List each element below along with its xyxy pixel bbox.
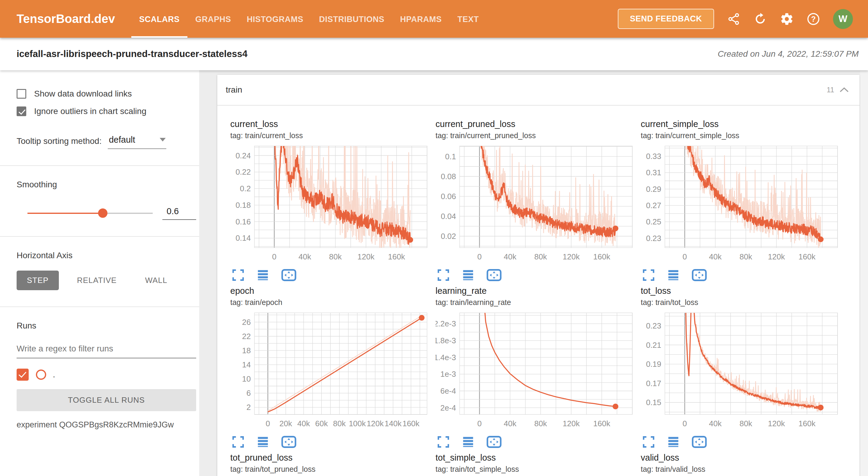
run-row[interactable]: . (17, 369, 196, 381)
chart-card: current_loss tag: train/current_loss 040… (225, 119, 430, 284)
svg-text:40k: 40k (504, 252, 517, 261)
toggle-y-axis-icon[interactable] (256, 435, 270, 449)
svg-text:0.25: 0.25 (646, 217, 661, 226)
svg-text:80k: 80k (739, 419, 752, 428)
svg-text:40k: 40k (709, 252, 722, 261)
svg-text:0.04: 0.04 (441, 212, 456, 221)
show-download-links-row[interactable]: Show data download links (17, 89, 196, 99)
chart-tag: tag: train/learning_rate (435, 298, 635, 307)
svg-text:0.23: 0.23 (646, 234, 661, 243)
toggle-y-axis-icon[interactable] (462, 435, 475, 449)
ignore-outliers-row[interactable]: Ignore outliers in chart scaling (17, 106, 196, 116)
axis-option-wall[interactable]: WALL (135, 271, 178, 290)
nav-tabs: SCALARSGRAPHSHISTOGRAMSDISTRIBUTIONSHPAR… (131, 0, 487, 38)
toggle-all-runs-button[interactable]: TOGGLE ALL RUNS (17, 389, 196, 411)
tab-text[interactable]: TEXT (450, 0, 487, 38)
chart-actions (435, 267, 635, 284)
charts-grid: current_loss tag: train/current_loss 040… (217, 105, 860, 474)
fullscreen-icon[interactable] (231, 435, 245, 449)
chart-plot[interactable]: 040k80k120k160k0.020.040.060.080.1 (435, 144, 635, 264)
fit-domain-icon[interactable] (486, 435, 502, 449)
chart-plot[interactable]: 040k80k120k160k0.230.250.270.290.310.33 (641, 144, 840, 264)
svg-text:0: 0 (272, 252, 276, 261)
smoothing-slider-thumb[interactable] (98, 209, 107, 218)
chart-card: epoch tag: train/epoch 020k40k60k80k100k… (225, 286, 430, 450)
tab-distributions[interactable]: DISTRIBUTIONS (311, 0, 392, 38)
smoothing-slider-row: 0.6 (17, 206, 196, 220)
svg-text:14: 14 (242, 360, 251, 369)
section-collapse-control[interactable]: 11 (827, 75, 849, 105)
settings-gear-icon[interactable] (780, 12, 794, 26)
send-feedback-button[interactable]: SEND FEEDBACK (618, 9, 714, 29)
fullscreen-icon[interactable] (642, 268, 655, 282)
share-icon[interactable] (727, 12, 741, 26)
fit-domain-icon[interactable] (691, 435, 707, 449)
chart-tag: tag: train/tot_loss (641, 298, 840, 307)
chart-plot[interactable]: 040k80k120k160k0.150.170.190.210.23 (641, 310, 840, 431)
page-title: icefall-asr-librispeech-pruned-transduce… (17, 38, 247, 70)
svg-text:40k: 40k (504, 419, 517, 428)
svg-text:160k: 160k (593, 252, 611, 261)
chart-tag: tag: train/current_loss (230, 131, 430, 140)
svg-text:40k: 40k (299, 252, 311, 261)
run-checkbox[interactable] (17, 369, 29, 381)
svg-text:0.06: 0.06 (441, 192, 456, 201)
chart-title: current_simple_loss (641, 119, 840, 129)
runs-label: Runs (17, 321, 196, 330)
chart-tag: tag: train/tot_simple_loss (435, 465, 635, 474)
runs-filter-input[interactable] (17, 342, 196, 358)
smoothing-slider[interactable] (28, 213, 153, 214)
toggle-y-axis-icon[interactable] (667, 268, 680, 282)
tab-scalars[interactable]: SCALARS (131, 0, 187, 38)
tooltip-sorting-label: Tooltip sorting method: (17, 136, 102, 149)
svg-text:0.14: 0.14 (236, 233, 251, 243)
svg-text:0.02: 0.02 (441, 232, 456, 241)
toggle-y-axis-icon[interactable] (667, 435, 680, 449)
fit-domain-icon[interactable] (486, 268, 502, 282)
chevron-down-icon (160, 138, 166, 141)
ignore-outliers-checkbox[interactable] (17, 106, 26, 116)
chart-plot[interactable]: 040k80k120k160k0.140.160.180.20.220.24 (230, 144, 430, 264)
train-section-header[interactable]: train 11 (217, 75, 860, 105)
fit-domain-icon[interactable] (691, 268, 707, 282)
svg-text:40k: 40k (297, 419, 310, 428)
toggle-y-axis-icon[interactable] (256, 268, 270, 282)
chart-plot[interactable]: 040k80k120k160k2e-46e-41e-31.4e-31.8e-32… (435, 310, 635, 431)
scrollbar[interactable] (860, 70, 868, 476)
tab-hparams[interactable]: HPARAMS (392, 0, 450, 38)
chart-plot[interactable]: 020k40k60k80k100k120k140k160k26101418222… (230, 310, 430, 431)
app-logo: TensorBoard.dev (17, 0, 115, 38)
svg-text:0.17: 0.17 (646, 379, 661, 388)
fullscreen-icon[interactable] (437, 268, 450, 282)
svg-text:120k: 120k (563, 252, 580, 261)
tooltip-sorting-select[interactable]: default (108, 135, 166, 149)
chevron-up-icon (839, 87, 849, 93)
axis-option-step[interactable]: STEP (17, 271, 59, 290)
sidebar-divider (0, 307, 199, 307)
fullscreen-icon[interactable] (437, 435, 450, 449)
tab-graphs[interactable]: GRAPHS (187, 0, 239, 38)
show-download-links-checkbox[interactable] (17, 89, 26, 99)
svg-text:0.31: 0.31 (646, 168, 661, 177)
navbar: TensorBoard.dev SCALARSGRAPHSHISTOGRAMSD… (0, 0, 868, 38)
axis-option-relative[interactable]: RELATIVE (67, 271, 127, 290)
help-icon[interactable]: ? (806, 12, 820, 26)
svg-text:120k: 120k (768, 252, 785, 261)
fullscreen-icon[interactable] (231, 268, 245, 282)
fit-domain-icon[interactable] (281, 268, 297, 282)
svg-text:0: 0 (683, 419, 687, 428)
chart-tag: tag: train/tot_pruned_loss (230, 465, 430, 474)
toggle-y-axis-icon[interactable] (462, 268, 475, 282)
chart-card: valid_loss tag: train/valid_loss (635, 453, 840, 474)
svg-text:120k: 120k (367, 419, 384, 428)
tab-histograms[interactable]: HISTOGRAMS (239, 0, 311, 38)
refresh-icon[interactable] (753, 12, 767, 26)
smoothing-value-input[interactable]: 0.6 (162, 206, 196, 220)
chart-title: current_loss (230, 119, 430, 129)
avatar[interactable]: W (833, 9, 853, 29)
fit-domain-icon[interactable] (281, 435, 297, 449)
svg-text:6: 6 (247, 388, 251, 398)
fullscreen-icon[interactable] (642, 435, 655, 449)
svg-text:20k: 20k (279, 419, 292, 428)
svg-text:2e-4: 2e-4 (440, 403, 456, 412)
